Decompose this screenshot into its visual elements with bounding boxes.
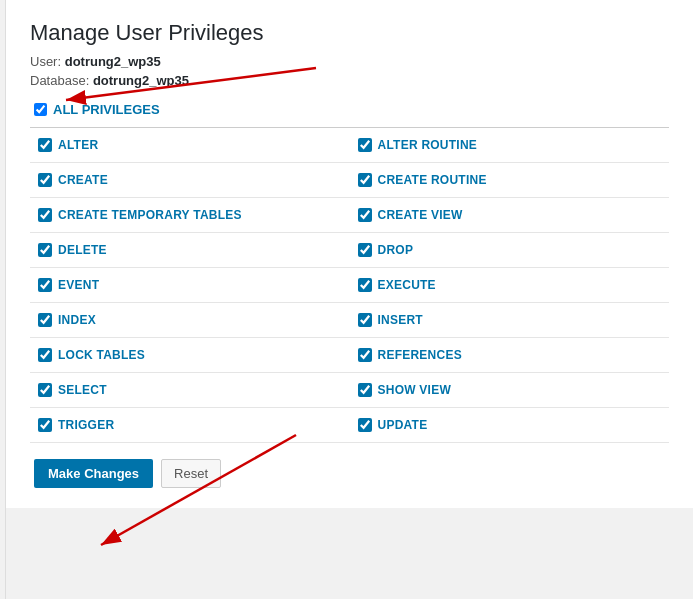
user-info: User: dotrung2_wp35 xyxy=(30,54,669,69)
priv-checkbox-right-4[interactable] xyxy=(358,278,372,292)
priv-label-right-2[interactable]: CREATE VIEW xyxy=(378,208,463,222)
priv-item-right-6: REFERENCES xyxy=(358,348,662,362)
table-row: EVENT EXECUTE xyxy=(30,268,669,303)
priv-checkbox-right-3[interactable] xyxy=(358,243,372,257)
priv-label-right-5[interactable]: INSERT xyxy=(378,313,423,327)
footer-buttons: Make Changes Reset xyxy=(30,459,669,488)
table-row: TRIGGER UPDATE xyxy=(30,408,669,443)
priv-checkbox-left-4[interactable] xyxy=(38,278,52,292)
priv-item-left-3: DELETE xyxy=(38,243,342,257)
priv-item-right-8: UPDATE xyxy=(358,418,662,432)
priv-checkbox-left-6[interactable] xyxy=(38,348,52,362)
priv-item-right-5: INSERT xyxy=(358,313,662,327)
priv-item-right-0: ALTER ROUTINE xyxy=(358,138,662,152)
priv-label-right-0[interactable]: ALTER ROUTINE xyxy=(378,138,478,152)
priv-label-right-1[interactable]: CREATE ROUTINE xyxy=(378,173,487,187)
priv-item-left-2: CREATE TEMPORARY TABLES xyxy=(38,208,342,222)
priv-checkbox-right-7[interactable] xyxy=(358,383,372,397)
priv-label-left-6[interactable]: LOCK TABLES xyxy=(58,348,145,362)
priv-item-left-5: INDEX xyxy=(38,313,342,327)
table-row: SELECT SHOW VIEW xyxy=(30,373,669,408)
priv-item-left-0: ALTER xyxy=(38,138,342,152)
priv-item-right-4: EXECUTE xyxy=(358,278,662,292)
priv-checkbox-left-1[interactable] xyxy=(38,173,52,187)
priv-checkbox-left-8[interactable] xyxy=(38,418,52,432)
make-changes-button[interactable]: Make Changes xyxy=(34,459,153,488)
priv-label-left-8[interactable]: TRIGGER xyxy=(58,418,114,432)
all-privileges-checkbox[interactable] xyxy=(34,103,47,116)
priv-label-right-7[interactable]: SHOW VIEW xyxy=(378,383,452,397)
priv-label-right-4[interactable]: EXECUTE xyxy=(378,278,436,292)
priv-item-left-7: SELECT xyxy=(38,383,342,397)
priv-checkbox-right-1[interactable] xyxy=(358,173,372,187)
priv-item-right-7: SHOW VIEW xyxy=(358,383,662,397)
page-title: Manage User Privileges xyxy=(30,20,669,46)
table-row: LOCK TABLES REFERENCES xyxy=(30,338,669,373)
priv-item-left-8: TRIGGER xyxy=(38,418,342,432)
privileges-table: ALTER ALTER ROUTINE CREATE CREATE ROUTIN… xyxy=(30,128,669,443)
priv-label-left-0[interactable]: ALTER xyxy=(58,138,98,152)
priv-item-right-2: CREATE VIEW xyxy=(358,208,662,222)
priv-item-left-6: LOCK TABLES xyxy=(38,348,342,362)
priv-checkbox-right-5[interactable] xyxy=(358,313,372,327)
database-info: Database: dotrung2_wp35 xyxy=(30,73,669,88)
priv-label-left-3[interactable]: DELETE xyxy=(58,243,107,257)
priv-label-left-5[interactable]: INDEX xyxy=(58,313,96,327)
svg-line-3 xyxy=(101,435,296,545)
priv-checkbox-right-2[interactable] xyxy=(358,208,372,222)
table-row: CREATE TEMPORARY TABLES CREATE VIEW xyxy=(30,198,669,233)
table-row: DELETE DROP xyxy=(30,233,669,268)
priv-item-right-3: DROP xyxy=(358,243,662,257)
priv-checkbox-right-8[interactable] xyxy=(358,418,372,432)
reset-button[interactable]: Reset xyxy=(161,459,221,488)
table-row: ALTER ALTER ROUTINE xyxy=(30,128,669,163)
priv-checkbox-left-5[interactable] xyxy=(38,313,52,327)
table-row: INDEX INSERT xyxy=(30,303,669,338)
priv-checkbox-left-2[interactable] xyxy=(38,208,52,222)
priv-item-left-1: CREATE xyxy=(38,173,342,187)
priv-item-left-4: EVENT xyxy=(38,278,342,292)
table-row: CREATE CREATE ROUTINE xyxy=(30,163,669,198)
priv-label-left-2[interactable]: CREATE TEMPORARY TABLES xyxy=(58,208,242,222)
priv-label-left-7[interactable]: SELECT xyxy=(58,383,107,397)
page-container: Manage User Privileges User: dotrung2_wp… xyxy=(6,0,693,508)
priv-label-right-6[interactable]: REFERENCES xyxy=(378,348,462,362)
priv-checkbox-left-7[interactable] xyxy=(38,383,52,397)
all-privileges-row: ALL PRIVILEGES xyxy=(30,92,669,128)
priv-label-left-4[interactable]: EVENT xyxy=(58,278,99,292)
all-privileges-label[interactable]: ALL PRIVILEGES xyxy=(53,102,160,117)
priv-checkbox-left-0[interactable] xyxy=(38,138,52,152)
priv-label-right-3[interactable]: DROP xyxy=(378,243,414,257)
priv-item-right-1: CREATE ROUTINE xyxy=(358,173,662,187)
priv-label-right-8[interactable]: UPDATE xyxy=(378,418,428,432)
priv-checkbox-right-6[interactable] xyxy=(358,348,372,362)
priv-label-left-1[interactable]: CREATE xyxy=(58,173,108,187)
priv-checkbox-left-3[interactable] xyxy=(38,243,52,257)
priv-checkbox-right-0[interactable] xyxy=(358,138,372,152)
